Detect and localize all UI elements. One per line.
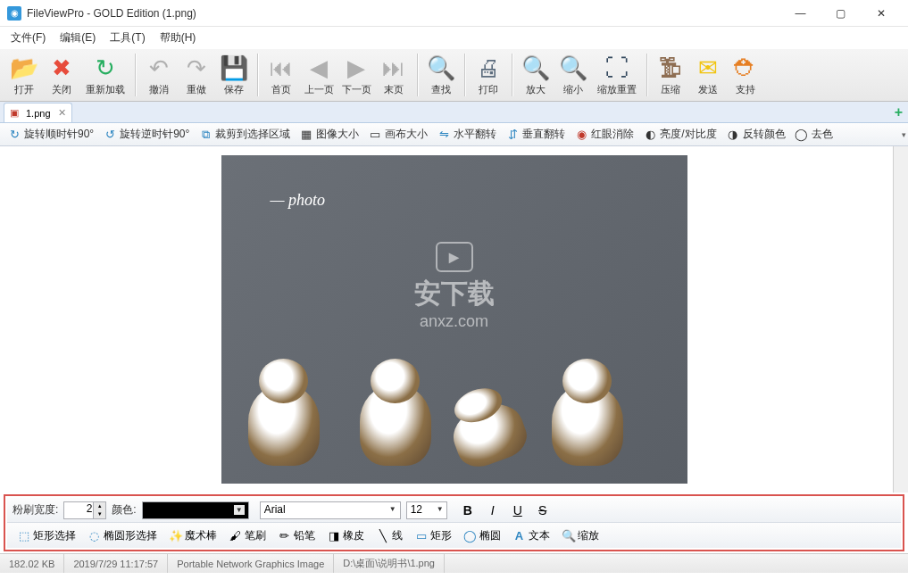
canvas-size-button[interactable]: ▭画布大小 (364, 125, 431, 144)
spin-down[interactable]: ▼ (93, 510, 105, 518)
redeye-icon: ◉ (574, 128, 588, 142)
status-date: 2019/7/29 11:17:57 (64, 554, 168, 573)
folder-icon: 📂 (10, 54, 38, 82)
image-size-icon: ▦ (299, 128, 313, 142)
paint-tools-toolbar: ⬚矩形选择 ◌椭圆形选择 ✨魔术棒 🖌笔刷 ✏铅笔 ◨橡皮 ╲线 ▭矩形 ◯椭圆… (7, 523, 901, 548)
find-button[interactable]: 🔍查找 (424, 51, 458, 99)
italic-button[interactable]: I (483, 501, 503, 519)
menubar: 文件(F) 编辑(E) 工具(T) 帮助(H) (0, 27, 908, 48)
ellipse-select-icon: ◌ (87, 529, 101, 542)
menu-edit[interactable]: 编辑(E) (53, 29, 103, 47)
close-button[interactable]: ✖关闭 (45, 51, 79, 99)
pencil-tool[interactable]: ✏铅笔 (273, 526, 320, 545)
status-path: D:\桌面\说明书\1.png (334, 554, 445, 573)
line-tool[interactable]: ╲线 (371, 526, 407, 545)
undo-icon: ↶ (145, 54, 173, 82)
spin-up[interactable]: ▲ (93, 502, 105, 510)
zoom-in-button[interactable]: 🔍放大 (519, 51, 553, 99)
brush-icon: 🖌 (229, 529, 242, 542)
undo-button[interactable]: ↶撤消 (142, 51, 176, 99)
image-size-button[interactable]: ▦图像大小 (296, 125, 362, 144)
zoom-reset-icon: ⛶ (603, 54, 631, 82)
maximize-button[interactable]: ▢ (821, 1, 861, 26)
tab-close-button[interactable]: ✕ (58, 107, 66, 119)
menu-tools[interactable]: 工具(T) (103, 29, 152, 47)
app-icon (7, 6, 21, 21)
ellipse-select-tool[interactable]: ◌椭圆形选择 (83, 526, 162, 545)
flip-h-button[interactable]: ⇋水平翻转 (433, 125, 500, 144)
next-page-button[interactable]: ▶下一页 (339, 51, 373, 99)
ellipse-icon: ◯ (463, 529, 477, 542)
tab-label: 1.png (26, 108, 51, 119)
close-window-button[interactable]: ✕ (861, 1, 901, 26)
font-select[interactable]: Arial (260, 501, 401, 519)
last-page-button[interactable]: ⏭末页 (377, 51, 411, 99)
first-icon: ⏮ (267, 54, 296, 82)
reload-icon: ↻ (91, 54, 120, 82)
rectangle-tool[interactable]: ▭矩形 (410, 526, 456, 545)
image-view[interactable]: — photo ▶ 安下载 anxz.com (221, 155, 687, 484)
strike-button[interactable]: S (533, 501, 553, 519)
redeye-button[interactable]: ◉红眼消除 (571, 125, 637, 144)
paint-toolbars-highlight: 粉刷宽度: 2 ▲▼ 颜色: Arial 12 B I U S ⬚矩形选择 ◌椭… (4, 494, 904, 551)
print-button[interactable]: 🖨打印 (471, 51, 505, 99)
lifebuoy-icon: ⛑ (731, 54, 760, 82)
zoom-tool[interactable]: 🔍缩放 (557, 526, 604, 545)
file-tab[interactable]: ▣ 1.png ✕ (4, 103, 72, 122)
tab-strip: ▣ 1.png ✕ + (0, 102, 908, 123)
support-button[interactable]: ⛑支持 (729, 51, 762, 99)
main-toolbar: 📂打开 ✖关闭 ↻重新加载 ↶撤消 ↷重做 💾保存 ⏮首页 ◀上一页 ▶下一页 … (0, 48, 908, 102)
zoom-out-button[interactable]: 🔍缩小 (556, 51, 590, 99)
desaturate-button[interactable]: ◯去色 (791, 125, 837, 144)
redo-button[interactable]: ↷重做 (179, 51, 213, 99)
png-file-icon: ▣ (10, 107, 22, 120)
crop-icon: ⧉ (198, 128, 212, 142)
wand-icon: ✨ (169, 529, 182, 542)
last-icon: ⏭ (379, 54, 408, 82)
open-button[interactable]: 📂打开 (7, 51, 41, 99)
ellipse-tool[interactable]: ◯椭圆 (459, 526, 505, 545)
x-icon: ✖ (47, 54, 76, 82)
rect-select-tool[interactable]: ⬚矩形选择 (12, 526, 80, 545)
brightness-button[interactable]: ◐亮度/对比度 (639, 125, 720, 144)
toolbar-overflow-button[interactable]: ▾ (902, 130, 906, 139)
magic-wand-tool[interactable]: ✨魔术棒 (164, 526, 221, 545)
line-icon: ╲ (376, 529, 389, 542)
brush-tool[interactable]: 🖌笔刷 (224, 526, 271, 545)
canvas-size-icon: ▭ (368, 128, 382, 142)
brightness-icon: ◐ (643, 128, 657, 142)
image-edit-toolbar: ↻旋转顺时针90° ↺旋转逆时针90° ⧉裁剪到选择区域 ▦图像大小 ▭画布大小… (0, 123, 908, 146)
color-label: 颜色: (112, 502, 136, 518)
brush-width-input[interactable]: 2 ▲▼ (63, 501, 106, 519)
menu-file[interactable]: 文件(F) (4, 29, 53, 47)
text-tool[interactable]: A文本 (508, 526, 554, 545)
color-picker[interactable] (142, 501, 249, 519)
zoom-in-icon: 🔍 (521, 54, 550, 82)
next-icon: ▶ (342, 54, 371, 82)
add-tab-button[interactable]: + (895, 104, 903, 120)
send-button[interactable]: ✉发送 (691, 51, 725, 99)
save-icon: 💾 (220, 54, 248, 82)
zoom-reset-button[interactable]: ⛶缩放重置 (594, 51, 640, 99)
vertical-scrollbar[interactable] (893, 146, 908, 493)
eraser-tool[interactable]: ◨橡皮 (322, 526, 369, 545)
underline-button[interactable]: U (508, 501, 528, 519)
invert-button[interactable]: ◑反转颜色 (722, 125, 789, 144)
save-button[interactable]: 💾保存 (217, 51, 251, 99)
rotate-cw-button[interactable]: ↻旋转顺时针90° (4, 125, 97, 144)
first-page-button[interactable]: ⏮首页 (264, 51, 298, 99)
rotate-ccw-button[interactable]: ↺旋转逆时针90° (99, 125, 193, 144)
zip-button[interactable]: 🗜压缩 (654, 51, 687, 99)
minimize-button[interactable]: — (780, 1, 821, 26)
prev-page-button[interactable]: ◀上一页 (302, 51, 336, 99)
crop-button[interactable]: ⧉裁剪到选择区域 (195, 125, 294, 144)
font-size-select[interactable]: 12 (406, 501, 447, 519)
rotate-cw-icon: ↻ (7, 128, 21, 142)
reload-button[interactable]: ↻重新加载 (82, 51, 129, 99)
zoom-out-icon: 🔍 (559, 54, 587, 82)
menu-help[interactable]: 帮助(H) (153, 29, 204, 47)
status-bar: 182.02 KB 2019/7/29 11:17:57 Portable Ne… (0, 553, 908, 573)
flip-v-button[interactable]: ⇵垂直翻转 (502, 125, 569, 144)
bold-button[interactable]: B (458, 501, 478, 519)
brush-width-label: 粉刷宽度: (12, 502, 58, 518)
